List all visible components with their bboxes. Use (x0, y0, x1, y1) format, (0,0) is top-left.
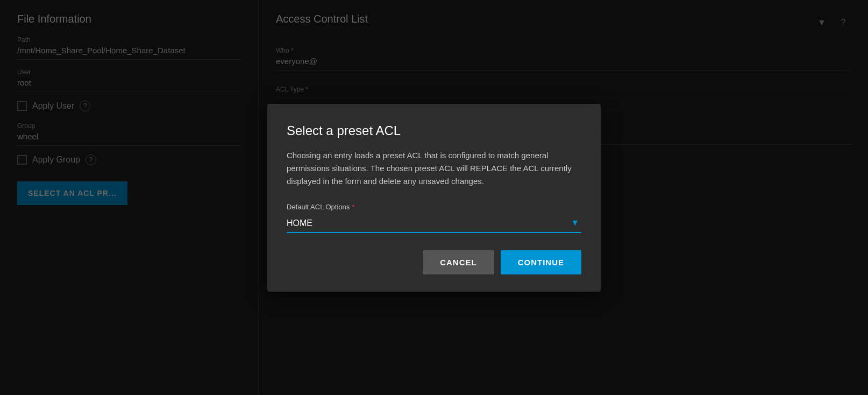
continue-button[interactable]: CONTINUE (501, 250, 581, 274)
modal-dialog: Select a preset ACL Choosing an entry lo… (267, 104, 601, 292)
cancel-button[interactable]: CANCEL (423, 250, 494, 274)
default-acl-options-label: Default ACL Options * (287, 203, 581, 211)
modal-actions: CANCEL CONTINUE (287, 250, 581, 274)
required-star: * (352, 203, 354, 211)
acl-options-select-wrapper[interactable]: HOME OPEN RESTRICTED NFS4_OPEN NFS4_REST… (287, 214, 581, 233)
acl-options-select[interactable]: HOME OPEN RESTRICTED NFS4_OPEN NFS4_REST… (287, 214, 581, 232)
modal-description: Choosing an entry loads a preset ACL tha… (287, 149, 581, 188)
modal-title: Select a preset ACL (287, 123, 581, 138)
modal-overlay: Select a preset ACL Choosing an entry lo… (0, 0, 868, 395)
